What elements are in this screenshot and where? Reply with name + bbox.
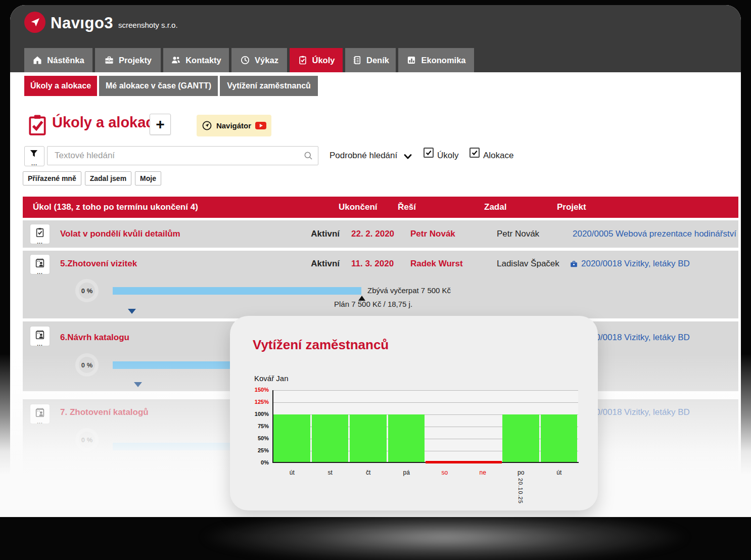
chip-zadal-jsem[interactable]: Zadal jsem [85,171,131,185]
nav-tab-denik[interactable]: Deník [345,48,396,72]
app-header: Navıgo3 screenshoty s.r.o. Nástěnka Proj… [10,5,741,72]
search-input[interactable] [47,146,318,165]
subtab-vytizeni-zamestnancu[interactable]: Vytížení zaměstnanců [220,76,318,96]
chip-prirazene-mne[interactable]: Přiřazené mně [23,171,81,185]
bar-chart-icon [406,55,416,65]
checkbox-ukoly-label: Úkoly [437,151,459,161]
briefcase-icon [570,260,578,268]
filter-button[interactable]: ... [24,146,44,166]
column-ukol[interactable]: Úkol (138, z toho po termínu ukončení 4) [33,197,198,218]
nav-tab-label: Kontakty [185,56,221,65]
subtab-label: Vytížení zaměstnanců [227,81,311,90]
workload-bar [350,414,387,462]
project-link[interactable]: 2020/0005 Webová prezentace hodinářství … [573,227,738,241]
nav-tab-nastenka[interactable]: Nástěnka [24,48,92,72]
subtab-ukoly-a-alokace[interactable]: Úkoly a alokace [24,76,97,96]
assignee-link[interactable]: Radek Wurst [410,257,463,270]
checkbox-ukoly[interactable] [424,148,434,158]
workload-bar [312,414,349,462]
home-icon [32,55,42,65]
budget-bar [113,287,361,295]
card-shadow [197,509,692,560]
subtab-label: Mé alokace v čase (GANTT) [106,81,211,90]
x-category-label: čt [349,469,388,476]
progress-circle: 0 % [75,279,99,302]
assignee-link[interactable]: Petr Novák [410,227,455,241]
clock-icon [240,55,250,65]
status-badge: Aktivní [265,257,340,270]
workload-bar [388,414,425,462]
gridline [273,402,578,403]
column-projekt[interactable]: Projekt [557,197,586,218]
task-clipboard-icon [34,226,45,239]
y-tick-label: 50% [240,435,269,441]
task-title-link[interactable]: 7. Zhotovení katalogů [60,406,149,419]
gridline [273,390,578,391]
column-ukonceni[interactable]: Ukončení [339,197,378,218]
column-resi[interactable]: Řeší [398,197,416,218]
nav-tab-label: Úkoly [312,56,335,65]
filter-chips: Přiřazené mně Zadal jsem Moje [23,171,161,185]
y-tick-label: 0% [240,459,269,465]
workload-bar [541,414,578,462]
search-icon[interactable] [303,151,314,161]
project-cell[interactable]: 2020/0018 Vizitky, letáky BD [570,257,738,270]
allocation-type-icon-box[interactable]: ... [30,326,50,346]
task-title-link[interactable]: 5.Zhotovení vizitek [60,257,137,270]
compass-icon [202,120,212,131]
overlay-title: Vytížení zaměstnanců [253,337,389,353]
task-type-icon-box[interactable]: ... [30,224,50,244]
people-icon [171,55,181,65]
x-category-label: út [540,469,579,476]
table-row: ... 5.Zhotovení vizitek Aktivní 11. 3. 2… [23,251,738,318]
more-dots: ... [30,269,50,275]
x-category-label: po [502,469,540,476]
workload-chart [273,390,578,463]
chip-moje[interactable]: Moje [135,171,161,185]
creator-name: Petr Novák [497,227,539,241]
y-tick-label: 125% [240,399,269,405]
filter-more-dots: ... [25,160,44,166]
task-title-link[interactable]: Volat v pondělí kvůli detailům [60,227,180,241]
project-link[interactable]: 2020/0018 Vizitky, letáky BD [581,257,690,270]
x-category-label: st [311,469,350,476]
subtab-me-alokace-gantt[interactable]: Mé alokace v čase (GANTT) [99,76,218,96]
progress-percent: 0 % [81,436,92,444]
advanced-search-toggle[interactable]: Podrobné hledání [330,151,397,161]
navigo-logo[interactable] [24,12,45,33]
table-row: ... Volat v pondělí kvůli detailům Aktiv… [23,220,738,248]
allocation-type-icon-box[interactable]: ... [30,404,50,424]
weekend-zero-line [426,461,502,463]
project-cell[interactable]: 2020/0005 Webová prezentace hodinářství … [570,227,738,241]
nav-tab-label: Ekonomika [421,56,465,65]
nav-tab-ukoly[interactable]: Úkoly [290,48,343,72]
navigator-button[interactable]: Navigátor [197,115,271,136]
y-tick-label: 75% [240,423,269,429]
briefcase-icon [104,55,114,65]
notebook-icon [352,55,362,65]
nav-tab-vykaz[interactable]: Výkaz [231,48,287,72]
task-title-link[interactable]: 6.Návrh katalogu [60,331,129,344]
workload-bar [502,414,539,462]
chevron-down-icon[interactable] [403,153,412,160]
checkbox-alokace[interactable] [470,148,480,158]
page-clipboard-icon [27,114,48,136]
date-annotation: 20.10.25 [518,478,524,504]
funnel-icon [29,149,39,159]
progress-percent: 0 % [81,287,92,295]
nav-tab-kontakty[interactable]: Kontakty [163,48,229,72]
column-zadal[interactable]: Zadal [484,197,506,218]
expand-triangle-icon[interactable] [128,309,136,314]
more-dots: ... [30,341,50,347]
add-task-button[interactable]: + [150,114,171,135]
allocation-type-icon-box[interactable]: ... [30,255,50,274]
nav-tab-ekonomika[interactable]: Ekonomika [398,48,474,72]
workload-bar [273,414,310,462]
status-badge: Aktivní [265,227,340,241]
subtab-label: Úkoly a alokace [30,81,91,90]
nav-tab-projekty[interactable]: Projekty [95,48,161,72]
nav-tab-label: Projekty [119,56,152,65]
allocation-calendar-person-icon [34,257,45,269]
expand-triangle-icon[interactable] [134,382,142,387]
page-title: Úkoly a alokace [52,114,162,131]
